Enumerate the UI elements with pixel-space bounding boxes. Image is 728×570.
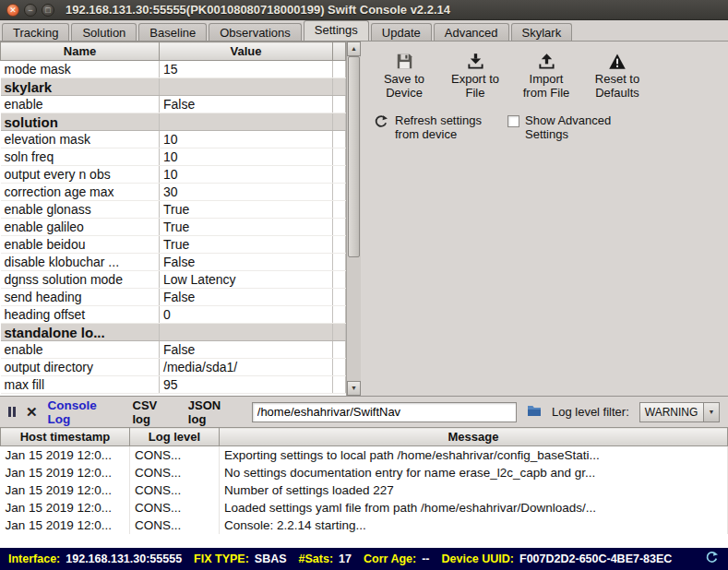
show-advanced-toggle[interactable]: Show Advanced Settings xyxy=(507,114,617,142)
pause-log-button[interactable] xyxy=(8,407,16,417)
log-toolbar: ✕ Console Log CSV log JSON log Log level… xyxy=(0,396,728,427)
tab-settings[interactable]: Settings xyxy=(304,20,369,41)
setting-value[interactable]: Low Latency xyxy=(160,271,333,289)
setting-value[interactable]: True xyxy=(160,219,333,236)
tab-update[interactable]: Update xyxy=(371,23,432,41)
log-message: Loaded settings yaml file from path /hom… xyxy=(220,499,728,517)
status-item: #Sats:17 xyxy=(299,552,352,565)
setting-value[interactable]: False xyxy=(160,254,333,271)
settings-row[interactable]: disable klobuchar ...False xyxy=(1,254,346,271)
settings-page: Name Value mode mask15skylarkenableFalse… xyxy=(0,42,728,396)
setting-value[interactable]: True xyxy=(160,236,333,254)
log-row: Jan 15 2019 12:0...CONS...Exporting sett… xyxy=(1,446,728,464)
row-spacer xyxy=(333,78,346,96)
setting-value[interactable]: False xyxy=(160,289,333,306)
setting-value[interactable]: False xyxy=(160,341,333,359)
status-label: #Sats: xyxy=(299,552,334,565)
log-directory-input[interactable] xyxy=(252,402,517,422)
setting-value[interactable]: True xyxy=(160,201,333,219)
clear-log-button[interactable]: ✕ xyxy=(26,405,38,419)
scrollbar-track[interactable] xyxy=(347,56,361,381)
settings-section-row[interactable]: standalone lo... xyxy=(1,324,346,341)
setting-value[interactable]: 95 xyxy=(160,376,333,394)
settings-section-row[interactable]: solution xyxy=(1,113,346,131)
section-title: standalone lo... xyxy=(1,324,160,341)
log-level-filter-dropdown[interactable]: WARNING ▼ xyxy=(639,402,720,422)
section-title: skylark xyxy=(1,78,160,96)
scrollbar-thumb[interactable] xyxy=(348,56,360,257)
tab-baseline[interactable]: Baseline xyxy=(138,23,207,41)
settings-table-area: Name Value mode mask15skylarkenableFalse… xyxy=(0,42,361,396)
settings-section-row[interactable]: skylark xyxy=(1,78,346,96)
save-to-device-button[interactable]: Save to Device xyxy=(374,53,435,100)
status-item: Device UUID:F007D2D2-650C-4BE7-83EC xyxy=(442,552,673,565)
maximize-button[interactable]: □ xyxy=(42,4,54,17)
log-row: Jan 15 2019 12:0...CONS...Loaded setting… xyxy=(1,499,728,517)
settings-row[interactable]: enable glonassTrue xyxy=(1,201,346,219)
status-value: SBAS xyxy=(255,552,287,565)
settings-row[interactable]: enableFalse xyxy=(1,341,346,359)
settings-row[interactable]: enableFalse xyxy=(1,96,346,113)
row-spacer xyxy=(333,166,346,184)
settings-scrollbar[interactable]: ▲ ▼ xyxy=(346,42,361,396)
setting-value[interactable]: /media/sda1/ xyxy=(160,359,333,376)
save-to-device-label: Save to Device xyxy=(374,73,435,100)
log-timestamp: Jan 15 2019 12:0... xyxy=(1,481,130,499)
setting-value[interactable]: 0 xyxy=(160,306,333,324)
settings-row[interactable]: enable beidouTrue xyxy=(1,236,346,254)
row-spacer xyxy=(333,236,346,254)
log-header-level: Log level xyxy=(130,428,220,446)
status-value: 192.168.131.30:55555 xyxy=(66,552,182,565)
settings-row[interactable]: enable galileoTrue xyxy=(1,219,346,236)
tab-tracking[interactable]: Tracking xyxy=(2,23,69,41)
log-level-filter-label: Log level filter: xyxy=(552,405,629,419)
reset-to-defaults-button[interactable]: Reset to Defaults xyxy=(587,53,648,100)
settings-row[interactable]: output every n obs10 xyxy=(1,166,346,184)
setting-value[interactable]: 15 xyxy=(160,61,333,78)
console-log-tab[interactable]: Console Log xyxy=(48,398,123,426)
row-spacer xyxy=(333,341,346,359)
minimize-button[interactable]: − xyxy=(24,4,37,17)
log-level: CONS... xyxy=(130,517,220,534)
settings-row[interactable]: correction age max30 xyxy=(1,184,346,201)
show-advanced-checkbox[interactable] xyxy=(507,115,519,127)
setting-value[interactable]: 10 xyxy=(160,148,333,166)
settings-row[interactable]: output directory/media/sda1/ xyxy=(1,359,346,376)
setting-value[interactable]: False xyxy=(160,96,333,113)
csv-log-button[interactable]: CSV log xyxy=(133,398,178,426)
setting-value[interactable]: 10 xyxy=(160,131,333,148)
settings-row[interactable]: dgnss solution modeLow Latency xyxy=(1,271,346,289)
tab-observations[interactable]: Observations xyxy=(209,23,302,41)
log-level: CONS... xyxy=(130,499,220,517)
scroll-down-arrow-icon[interactable]: ▼ xyxy=(347,381,361,396)
settings-row[interactable]: heading offset0 xyxy=(1,306,346,324)
settings-row[interactable]: send headingFalse xyxy=(1,289,346,306)
folder-icon[interactable] xyxy=(527,404,542,420)
refresh-settings-button[interactable]: Refresh settings from device xyxy=(374,114,491,142)
status-label: Interface: xyxy=(8,552,60,565)
settings-row[interactable]: max fill95 xyxy=(1,376,346,394)
scroll-up-arrow-icon[interactable]: ▲ xyxy=(347,42,361,56)
window-title: 192.168.131.30:55555(PK00108080718000199… xyxy=(66,3,450,17)
setting-value[interactable]: 30 xyxy=(160,184,333,201)
tab-skylark[interactable]: Skylark xyxy=(511,23,573,41)
setting-value xyxy=(160,78,333,96)
sync-refresh-icon[interactable] xyxy=(704,551,720,567)
export-to-file-button[interactable]: Export to File xyxy=(445,53,506,100)
status-label: Corr Age: xyxy=(364,552,416,565)
section-title: solution xyxy=(1,113,160,131)
app-window: ✕ − □ 192.168.131.30:55555(PK00108080718… xyxy=(0,0,728,570)
setting-value[interactable]: 10 xyxy=(160,166,333,184)
settings-row[interactable]: elevation mask10 xyxy=(1,131,346,148)
log-row: Jan 15 2019 12:0...CONS...No settings do… xyxy=(1,464,728,481)
setting-name: enable beidou xyxy=(1,236,160,254)
close-button[interactable]: ✕ xyxy=(6,4,19,17)
settings-row[interactable]: soln freq10 xyxy=(1,148,346,166)
tab-solution[interactable]: Solution xyxy=(71,23,137,41)
row-spacer xyxy=(333,359,346,376)
settings-row[interactable]: mode mask15 xyxy=(1,61,346,78)
tab-advanced[interactable]: Advanced xyxy=(434,23,509,41)
json-log-button[interactable]: JSON log xyxy=(188,398,242,426)
import-from-file-button[interactable]: Import from File xyxy=(516,53,577,100)
setting-value xyxy=(160,324,333,341)
